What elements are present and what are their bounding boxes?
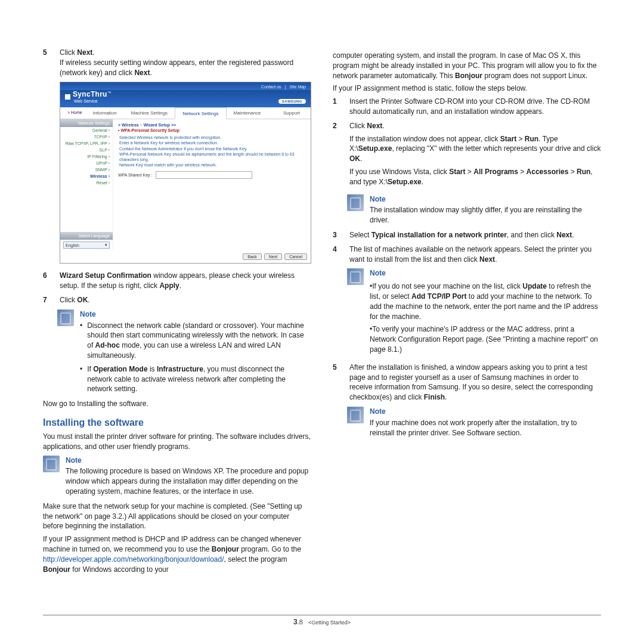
note-block: Note The installation window may slightl… <box>347 194 601 225</box>
next-button: Next <box>264 253 282 260</box>
shot-sidebar: Network Settings General › TCP/IP › Raw … <box>60 119 113 250</box>
shot-top-links: Contact us | Site Map <box>60 82 311 90</box>
step-6: 6 Wizard Setup Confirmation window appea… <box>43 271 311 291</box>
syncthru-screenshot: Contact us | Site Map SyncThru™Web Servi… <box>60 82 311 264</box>
section-installing-software: Installing the software <box>43 417 311 428</box>
step-5b: 5 After the installation is finished, a … <box>333 363 601 402</box>
logo-square-icon <box>65 94 70 100</box>
step-3: 3 Select Typical installation for a netw… <box>333 230 601 240</box>
sidebar-item: SLP › <box>60 147 113 153</box>
samsung-brand: SAMSUNG <box>278 99 306 104</box>
note-icon <box>57 309 74 326</box>
step-text: Click Next. If wireless security setting… <box>60 48 311 78</box>
chevron-down-icon: ▾ <box>105 243 107 247</box>
syncthru-logo: SyncThru™Web Service <box>65 90 111 104</box>
step-5: 5 Click Next. If wireless security setti… <box>43 48 311 78</box>
paragraph: Make sure that the network setup for you… <box>43 501 311 531</box>
language-select: English▾ <box>63 242 110 249</box>
shot-tabs: > Home Information Machine Settings Netw… <box>60 107 311 119</box>
tab-support: Support <box>276 107 307 119</box>
wpa-key-input <box>156 171 252 179</box>
note-block: Note •Disconnect the network cable (stan… <box>57 309 311 394</box>
paragraph: If your IP assignment method is static, … <box>333 83 601 94</box>
note-icon <box>43 456 60 472</box>
sidebar-item: TCP/IP › <box>60 134 113 140</box>
shot-main: > Wireless > Wizard Setup >> • WPA-Perso… <box>113 119 311 250</box>
step-1: 1 Insert the Printer Software CD-ROM int… <box>333 97 601 117</box>
sidebar-item: IP Filtering › <box>60 153 113 160</box>
paragraph: computer operating system, and install t… <box>333 51 601 80</box>
sitemap-link: Site Map <box>289 85 306 89</box>
note-icon <box>347 407 364 423</box>
tab-home: > Home <box>64 107 86 119</box>
sidebar-item: SNMP › <box>60 166 113 173</box>
back-button: Back <box>243 253 262 260</box>
shot-buttons: Back Next Cancel <box>60 250 311 263</box>
tab-information: Information <box>86 107 124 119</box>
sidebar-item: Raw TCP/IP, LPR, IPP › <box>60 140 113 147</box>
sidebar-item: UPnP › <box>60 160 113 166</box>
contact-link: Contact us <box>261 85 281 89</box>
install-intro: You must install the printer driver soft… <box>43 432 311 452</box>
note-block: Note If your machine does not work prope… <box>347 407 601 438</box>
tab-machine-settings: Machine Settings <box>124 107 175 119</box>
note-icon <box>347 268 364 285</box>
note-block: Note The following procedure is based on… <box>43 456 311 497</box>
wpa-key-label: WPA Shared Key : <box>118 173 152 177</box>
paragraph: If your IP assignment method is DHCP and… <box>43 534 311 574</box>
cancel-button: Cancel <box>284 253 307 260</box>
setup-title: • WPA-Personal Security Setup <box>118 128 306 132</box>
step-2: 2 Click Next. If the installation window… <box>333 121 601 190</box>
now-go-to: Now go to Installing the software. <box>43 399 311 409</box>
breadcrumb: > Wireless > Wizard Setup >> <box>118 123 306 127</box>
note-icon <box>347 194 364 211</box>
step-number: 5 <box>43 48 51 78</box>
sidebar-heading: Network Settings <box>60 119 113 127</box>
tab-network-settings: Network Settings <box>175 107 226 119</box>
tab-maintenance: Maintenance <box>227 107 268 119</box>
step-7: 7 Click OK. <box>43 295 311 305</box>
step-4: 4 The list of machines available on the … <box>333 244 601 265</box>
sidebar-item: General › <box>60 127 113 134</box>
sidebar-language-heading: Select Language <box>60 232 113 240</box>
wpa-key-row: WPA Shared Key : <box>118 171 306 179</box>
sidebar-item: Reset › <box>60 179 113 186</box>
page-footer: 3.8 <Getting Started> <box>43 615 601 626</box>
sidebar-item-wireless: Wireless › <box>60 173 113 179</box>
note-title: Note <box>80 309 311 320</box>
note-block: Note •If you do not see your machine on … <box>347 268 601 357</box>
bonjour-url[interactable]: http://developer.apple.com/networking/bo… <box>43 555 224 564</box>
